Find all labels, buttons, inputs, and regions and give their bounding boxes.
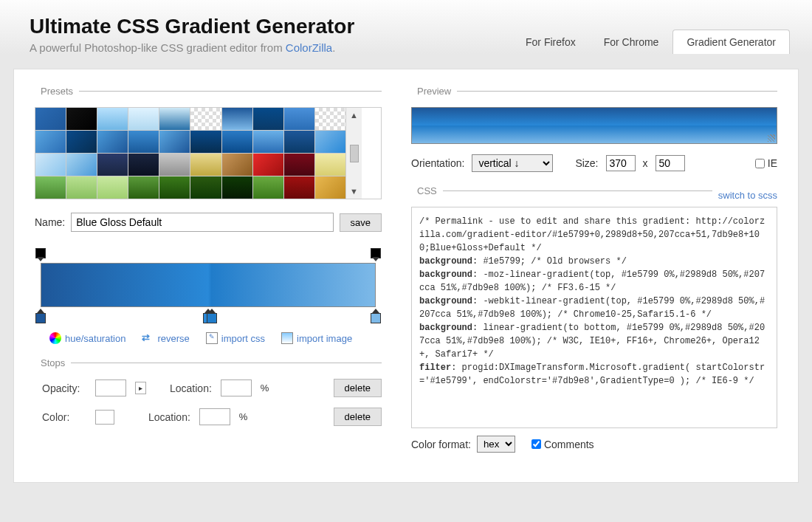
opacity-stop[interactable] <box>35 248 46 261</box>
tab-gradient-generator[interactable]: Gradient Generator <box>672 30 790 54</box>
preset-swatch[interactable] <box>284 154 314 176</box>
color-format-label: Color format: <box>411 439 471 450</box>
color-delete-button[interactable]: delete <box>334 408 382 426</box>
preset-swatch[interactable] <box>159 131 190 153</box>
colorzilla-link[interactable]: ColorZilla <box>286 41 332 54</box>
preset-swatch[interactable] <box>253 176 283 199</box>
preset-swatch[interactable] <box>35 176 66 199</box>
preset-swatch[interactable] <box>222 154 252 176</box>
comments-checkbox[interactable] <box>531 439 541 449</box>
main-content: Presets ▲ ▼ Name: save hue/saturation ⇄r… <box>13 69 799 483</box>
orientation-select[interactable]: vertical ↓ <box>472 154 553 172</box>
preset-swatch[interactable] <box>97 108 128 130</box>
presets-scrollbar[interactable]: ▲ ▼ <box>345 108 362 199</box>
preset-swatch[interactable] <box>128 108 159 130</box>
preset-swatch[interactable] <box>284 131 314 153</box>
preset-swatch[interactable] <box>315 108 345 130</box>
opacity-stop[interactable] <box>371 248 381 261</box>
preview-legend: Preview <box>411 86 457 97</box>
nav-tabs: For FirefoxFor ChromeGradient Generator <box>512 30 790 54</box>
hue-saturation-tool[interactable]: hue/saturation <box>49 332 125 344</box>
preset-swatch[interactable] <box>35 108 66 130</box>
preset-swatch[interactable] <box>190 154 221 176</box>
preset-swatch[interactable] <box>128 176 159 199</box>
preset-swatch[interactable] <box>284 108 314 130</box>
scroll-up-icon[interactable]: ▲ <box>350 111 358 120</box>
preview-fieldset: Preview Orientation: vertical ↓ Size: x … <box>411 86 777 172</box>
opacity-label: Opacity: <box>42 382 86 394</box>
width-input[interactable] <box>606 155 636 171</box>
ie-checkbox[interactable] <box>755 159 765 168</box>
color-stop[interactable] <box>207 309 217 322</box>
color-stop[interactable] <box>371 309 381 322</box>
opacity-stepper-icon[interactable]: ▸ <box>135 382 146 394</box>
preset-swatch[interactable] <box>222 131 252 153</box>
hue-icon <box>49 332 61 344</box>
preset-swatch[interactable] <box>253 154 283 176</box>
color-stop[interactable] <box>35 309 46 322</box>
orientation-label: Orientation: <box>411 157 464 169</box>
preset-swatch[interactable] <box>190 131 221 153</box>
preview-box[interactable] <box>411 107 777 144</box>
color-swatch-input[interactable] <box>95 410 114 425</box>
presets-fieldset: Presets ▲ ▼ Name: save hue/saturation ⇄r… <box>35 86 382 344</box>
opacity-input[interactable] <box>95 380 126 396</box>
tab-for-chrome[interactable]: For Chrome <box>590 30 673 54</box>
preset-swatch[interactable] <box>284 176 314 199</box>
scroll-down-icon[interactable]: ▼ <box>350 187 358 196</box>
reverse-icon: ⇄ <box>142 332 154 344</box>
presets-legend: Presets <box>35 86 79 97</box>
preset-swatch[interactable] <box>159 154 190 176</box>
opacity-location-input[interactable] <box>221 380 252 396</box>
preset-swatch[interactable] <box>315 176 345 199</box>
preset-swatch[interactable] <box>128 131 159 153</box>
preset-swatch[interactable] <box>97 176 128 199</box>
preset-swatch[interactable] <box>97 131 128 153</box>
css-fieldset: CSS switch to scss /* Permalink - use to… <box>411 185 777 453</box>
preset-swatch[interactable] <box>222 108 252 130</box>
preset-swatch[interactable] <box>128 154 159 176</box>
import-image-icon <box>281 332 293 344</box>
preset-swatch[interactable] <box>66 154 97 176</box>
import-css-tool[interactable]: ✎import css <box>206 332 265 344</box>
preset-swatch[interactable] <box>222 176 252 199</box>
scroll-thumb[interactable] <box>350 145 359 162</box>
height-input[interactable] <box>656 155 685 171</box>
preset-swatch[interactable] <box>159 108 190 130</box>
preset-swatch[interactable] <box>66 176 97 199</box>
preset-swatch[interactable] <box>159 176 190 199</box>
preset-swatch[interactable] <box>315 131 345 153</box>
stops-legend: Stops <box>35 357 71 368</box>
preset-swatch[interactable] <box>190 176 221 199</box>
css-output[interactable]: /* Permalink - use to edit and share thi… <box>411 207 777 428</box>
color-label: Color: <box>42 411 86 423</box>
name-input[interactable] <box>71 213 333 232</box>
preset-swatch[interactable] <box>66 131 97 153</box>
preset-swatch[interactable] <box>35 131 66 153</box>
preset-swatch[interactable] <box>66 108 97 130</box>
preset-swatch[interactable] <box>35 154 66 176</box>
reverse-tool[interactable]: ⇄reverse <box>142 332 189 344</box>
color-location-input[interactable] <box>199 408 230 425</box>
preset-swatch[interactable] <box>253 131 283 153</box>
tab-for-firefox[interactable]: For Firefox <box>512 30 590 54</box>
save-button[interactable]: save <box>340 213 382 232</box>
name-label: Name: <box>35 216 65 228</box>
opacity-location-label: Location: <box>170 382 212 394</box>
switch-scss-link[interactable]: switch to scss <box>712 190 777 201</box>
preset-swatch[interactable] <box>190 108 221 130</box>
preset-swatch[interactable] <box>253 108 283 130</box>
gradient-editor[interactable] <box>35 248 382 329</box>
opacity-delete-button[interactable]: delete <box>334 379 382 397</box>
presets-grid <box>35 108 345 199</box>
size-label: Size: <box>575 157 598 169</box>
color-format-select[interactable]: hex <box>477 436 515 453</box>
stops-fieldset: Stops Opacity: ▸ Location: % delete Colo… <box>35 357 382 436</box>
css-legend: CSS <box>411 185 443 196</box>
preset-swatch[interactable] <box>97 154 128 176</box>
gradient-bar[interactable] <box>41 263 376 307</box>
import-image-tool[interactable]: import image <box>281 332 352 344</box>
color-location-label: Location: <box>148 411 190 423</box>
preset-swatch[interactable] <box>315 154 345 176</box>
import-css-icon: ✎ <box>206 332 218 344</box>
